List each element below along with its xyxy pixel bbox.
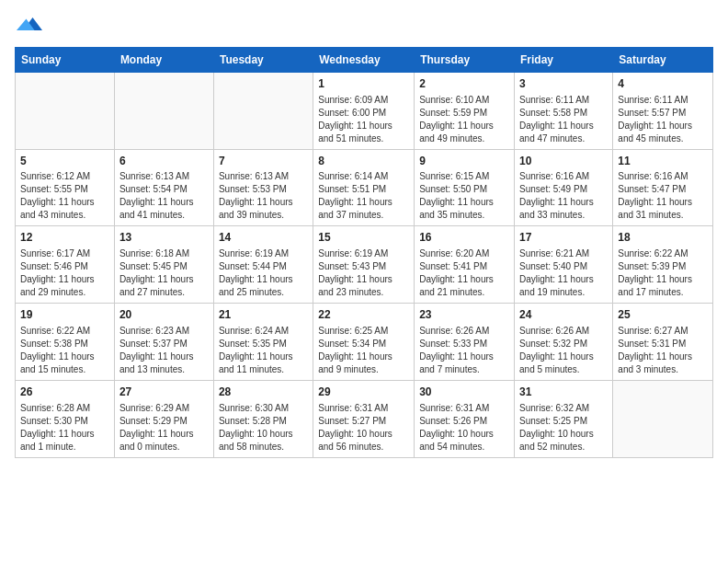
day-info: Sunrise: 6:10 AM Sunset: 5:59 PM Dayligh… xyxy=(419,94,509,145)
weekday-header-tuesday: Tuesday xyxy=(213,47,313,72)
day-info: Sunrise: 6:20 AM Sunset: 5:41 PM Dayligh… xyxy=(419,247,509,299)
day-info: Sunrise: 6:28 AM Sunset: 5:30 PM Dayligh… xyxy=(20,402,109,454)
day-number: 5 xyxy=(20,154,109,169)
day-info: Sunrise: 6:15 AM Sunset: 5:50 PM Dayligh… xyxy=(419,170,509,222)
calendar-cell: 27Sunrise: 6:29 AM Sunset: 5:29 PM Dayli… xyxy=(114,380,213,457)
day-number: 18 xyxy=(618,230,708,246)
day-number: 23 xyxy=(419,307,509,323)
weekday-header-wednesday: Wednesday xyxy=(313,47,415,72)
day-info: Sunrise: 6:13 AM Sunset: 5:53 PM Dayligh… xyxy=(219,170,308,222)
calendar-cell xyxy=(213,72,313,149)
day-info: Sunrise: 6:09 AM Sunset: 6:00 PM Dayligh… xyxy=(318,94,409,145)
day-number: 7 xyxy=(219,154,308,169)
logo-icon xyxy=(17,11,42,37)
day-info: Sunrise: 6:23 AM Sunset: 5:37 PM Dayligh… xyxy=(119,325,209,376)
calendar-cell: 1Sunrise: 6:09 AM Sunset: 6:00 PM Daylig… xyxy=(313,72,415,149)
calendar-cell: 20Sunrise: 6:23 AM Sunset: 5:37 PM Dayli… xyxy=(114,304,213,381)
calendar-cell: 28Sunrise: 6:30 AM Sunset: 5:28 PM Dayli… xyxy=(213,380,313,457)
day-info: Sunrise: 6:22 AM Sunset: 5:38 PM Dayligh… xyxy=(20,325,109,376)
calendar-cell: 2Sunrise: 6:10 AM Sunset: 5:59 PM Daylig… xyxy=(415,72,515,149)
week-row-3: 12Sunrise: 6:17 AM Sunset: 5:46 PM Dayli… xyxy=(16,226,713,304)
calendar-cell: 14Sunrise: 6:19 AM Sunset: 5:44 PM Dayli… xyxy=(213,226,313,304)
calendar-cell: 4Sunrise: 6:11 AM Sunset: 5:57 PM Daylig… xyxy=(613,72,713,149)
calendar-cell xyxy=(114,72,213,149)
calendar-cell: 26Sunrise: 6:28 AM Sunset: 5:30 PM Dayli… xyxy=(16,380,115,457)
day-number: 15 xyxy=(318,230,409,246)
day-number: 6 xyxy=(119,154,209,169)
day-number: 29 xyxy=(318,385,409,400)
weekday-header-row: SundayMondayTuesdayWednesdayThursdayFrid… xyxy=(16,47,713,72)
day-number: 20 xyxy=(119,307,209,323)
calendar-cell: 25Sunrise: 6:27 AM Sunset: 5:31 PM Dayli… xyxy=(613,304,713,381)
day-info: Sunrise: 6:26 AM Sunset: 5:32 PM Dayligh… xyxy=(519,325,608,376)
calendar-cell: 5Sunrise: 6:12 AM Sunset: 5:55 PM Daylig… xyxy=(16,149,115,226)
calendar-cell: 8Sunrise: 6:14 AM Sunset: 5:51 PM Daylig… xyxy=(313,149,415,226)
calendar-cell: 16Sunrise: 6:20 AM Sunset: 5:41 PM Dayli… xyxy=(415,226,515,304)
calendar-cell: 22Sunrise: 6:25 AM Sunset: 5:34 PM Dayli… xyxy=(313,304,415,381)
day-number: 22 xyxy=(318,307,409,323)
calendar-cell: 3Sunrise: 6:11 AM Sunset: 5:58 PM Daylig… xyxy=(515,72,613,149)
day-number: 9 xyxy=(419,154,509,169)
weekday-header-monday: Monday xyxy=(114,47,213,72)
day-info: Sunrise: 6:26 AM Sunset: 5:33 PM Dayligh… xyxy=(419,325,509,376)
day-number: 12 xyxy=(20,230,109,246)
day-number: 26 xyxy=(20,385,109,400)
calendar-cell: 17Sunrise: 6:21 AM Sunset: 5:40 PM Dayli… xyxy=(515,226,613,304)
calendar-cell: 11Sunrise: 6:16 AM Sunset: 5:47 PM Dayli… xyxy=(613,149,713,226)
day-info: Sunrise: 6:22 AM Sunset: 5:39 PM Dayligh… xyxy=(618,247,708,299)
day-number: 13 xyxy=(119,230,209,246)
day-info: Sunrise: 6:17 AM Sunset: 5:46 PM Dayligh… xyxy=(20,247,109,299)
calendar-cell: 7Sunrise: 6:13 AM Sunset: 5:53 PM Daylig… xyxy=(213,149,313,226)
calendar-cell: 19Sunrise: 6:22 AM Sunset: 5:38 PM Dayli… xyxy=(16,304,115,381)
calendar-cell: 10Sunrise: 6:16 AM Sunset: 5:49 PM Dayli… xyxy=(515,149,613,226)
calendar-cell: 24Sunrise: 6:26 AM Sunset: 5:32 PM Dayli… xyxy=(515,304,613,381)
weekday-header-thursday: Thursday xyxy=(415,47,515,72)
day-number: 28 xyxy=(219,385,308,400)
page-header xyxy=(15,9,713,41)
day-info: Sunrise: 6:18 AM Sunset: 5:45 PM Dayligh… xyxy=(119,247,209,299)
calendar-cell: 29Sunrise: 6:31 AM Sunset: 5:27 PM Dayli… xyxy=(313,380,415,457)
calendar-cell: 21Sunrise: 6:24 AM Sunset: 5:35 PM Dayli… xyxy=(213,304,313,381)
day-number: 3 xyxy=(519,76,608,92)
calendar-cell: 30Sunrise: 6:31 AM Sunset: 5:26 PM Dayli… xyxy=(415,380,515,457)
week-row-4: 19Sunrise: 6:22 AM Sunset: 5:38 PM Dayli… xyxy=(16,304,713,381)
logo xyxy=(15,15,42,41)
day-number: 8 xyxy=(318,154,409,169)
day-info: Sunrise: 6:11 AM Sunset: 5:57 PM Dayligh… xyxy=(618,94,708,145)
calendar-cell: 23Sunrise: 6:26 AM Sunset: 5:33 PM Dayli… xyxy=(415,304,515,381)
calendar-cell: 13Sunrise: 6:18 AM Sunset: 5:45 PM Dayli… xyxy=(114,226,213,304)
calendar-cell: 15Sunrise: 6:19 AM Sunset: 5:43 PM Dayli… xyxy=(313,226,415,304)
day-number: 16 xyxy=(419,230,509,246)
day-info: Sunrise: 6:19 AM Sunset: 5:44 PM Dayligh… xyxy=(219,247,308,299)
week-row-5: 26Sunrise: 6:28 AM Sunset: 5:30 PM Dayli… xyxy=(16,380,713,457)
day-info: Sunrise: 6:16 AM Sunset: 5:49 PM Dayligh… xyxy=(519,170,608,222)
weekday-header-sunday: Sunday xyxy=(16,47,115,72)
day-number: 24 xyxy=(519,307,608,323)
day-number: 14 xyxy=(219,230,308,246)
calendar-cell xyxy=(16,72,115,149)
day-info: Sunrise: 6:19 AM Sunset: 5:43 PM Dayligh… xyxy=(318,247,409,299)
calendar-cell xyxy=(613,380,713,457)
day-number: 30 xyxy=(419,385,509,400)
day-info: Sunrise: 6:27 AM Sunset: 5:31 PM Dayligh… xyxy=(618,325,708,376)
calendar-table: SundayMondayTuesdayWednesdayThursdayFrid… xyxy=(15,47,713,458)
day-info: Sunrise: 6:13 AM Sunset: 5:54 PM Dayligh… xyxy=(119,170,209,222)
day-number: 19 xyxy=(20,307,109,323)
day-info: Sunrise: 6:31 AM Sunset: 5:26 PM Dayligh… xyxy=(419,402,509,454)
day-number: 2 xyxy=(419,76,509,92)
weekday-header-friday: Friday xyxy=(515,47,613,72)
day-number: 10 xyxy=(519,154,608,169)
day-info: Sunrise: 6:21 AM Sunset: 5:40 PM Dayligh… xyxy=(519,247,608,299)
day-number: 17 xyxy=(519,230,608,246)
day-info: Sunrise: 6:30 AM Sunset: 5:28 PM Dayligh… xyxy=(219,402,308,454)
calendar-cell: 9Sunrise: 6:15 AM Sunset: 5:50 PM Daylig… xyxy=(415,149,515,226)
day-number: 1 xyxy=(318,76,409,92)
day-number: 27 xyxy=(119,385,209,400)
day-info: Sunrise: 6:11 AM Sunset: 5:58 PM Dayligh… xyxy=(519,94,608,145)
week-row-1: 1Sunrise: 6:09 AM Sunset: 6:00 PM Daylig… xyxy=(16,72,713,149)
day-info: Sunrise: 6:12 AM Sunset: 5:55 PM Dayligh… xyxy=(20,170,109,222)
day-info: Sunrise: 6:24 AM Sunset: 5:35 PM Dayligh… xyxy=(219,325,308,376)
week-row-2: 5Sunrise: 6:12 AM Sunset: 5:55 PM Daylig… xyxy=(16,149,713,226)
day-info: Sunrise: 6:14 AM Sunset: 5:51 PM Dayligh… xyxy=(318,170,409,222)
weekday-header-saturday: Saturday xyxy=(613,47,713,72)
